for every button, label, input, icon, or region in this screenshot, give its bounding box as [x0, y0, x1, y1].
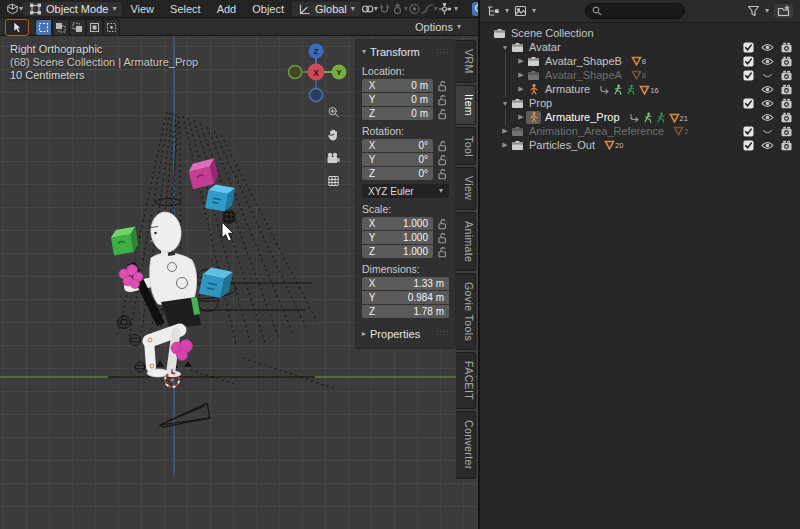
- tab-item[interactable]: Item: [456, 85, 476, 125]
- outliner-row-avatar_shapeb[interactable]: ▶Avatar_ShapeB8: [480, 54, 800, 68]
- lock-open-icon[interactable]: [436, 218, 449, 230]
- tab-govie-tools[interactable]: Govie Tools: [456, 273, 476, 350]
- hide-eye-toggle[interactable]: [758, 98, 777, 109]
- lock-open-icon[interactable]: [436, 80, 449, 92]
- disable-render-toggle[interactable]: [777, 126, 796, 137]
- mode-dropdown[interactable]: Object Mode ▾: [23, 2, 122, 16]
- disable-render-toggle[interactable]: [777, 56, 796, 67]
- lock-open-icon[interactable]: [436, 246, 449, 258]
- disable-render-toggle[interactable]: [777, 98, 796, 109]
- tab-faceit[interactable]: FACEIT: [456, 352, 476, 409]
- disclosure-open-icon[interactable]: ▼: [500, 44, 510, 51]
- transform-field-y[interactable]: Y0 m: [362, 93, 433, 106]
- tweak-tool-icon[interactable]: [5, 19, 29, 36]
- display-mode-chevron[interactable]: ▾: [532, 7, 536, 15]
- select-subtract-icon[interactable]: [69, 19, 86, 36]
- exclude-checkbox[interactable]: [739, 70, 758, 81]
- transform-field-x[interactable]: X1.000: [362, 217, 433, 230]
- hide-eye-toggle[interactable]: [758, 70, 777, 81]
- tab-view[interactable]: View: [456, 167, 476, 209]
- select-intersect-icon[interactable]: [103, 19, 120, 36]
- dark-sphere-empty[interactable]: [222, 210, 236, 224]
- transform-field-y[interactable]: Y0.984 m: [362, 291, 449, 304]
- disclosure-closed-icon[interactable]: ▶: [516, 57, 526, 65]
- properties-panel-header[interactable]: ▾ Properties ∷∷: [362, 325, 449, 342]
- hide-eye-toggle[interactable]: [758, 84, 777, 95]
- gizmo-y-neg-axis[interactable]: [289, 66, 302, 79]
- outliner-row-particles_out[interactable]: ▶Particles_Out20: [480, 138, 800, 152]
- grid-ortho-icon[interactable]: [324, 172, 342, 189]
- exclude-checkbox[interactable]: [739, 98, 758, 109]
- hide-eye-toggle[interactable]: [758, 126, 777, 137]
- rotation-mode-dropdown[interactable]: XYZ Euler▾: [362, 184, 449, 198]
- exclude-checkbox[interactable]: [739, 42, 758, 53]
- exclude-checkbox[interactable]: [739, 140, 758, 151]
- select-invert-icon[interactable]: [86, 19, 103, 36]
- disclosure-closed-icon[interactable]: ▶: [500, 141, 510, 149]
- falloff-chevron[interactable]: ▾: [434, 5, 438, 13]
- outliner-row-avatar[interactable]: ▼Avatar: [480, 40, 800, 54]
- snap-target-icon[interactable]: [361, 3, 374, 15]
- lock-open-icon[interactable]: [436, 108, 449, 120]
- outliner-row-scene collection[interactable]: Scene Collection: [480, 26, 800, 40]
- transform-field-y[interactable]: Y0°: [362, 153, 433, 166]
- zoom-icon[interactable]: [324, 103, 342, 120]
- disable-render-toggle[interactable]: [777, 70, 796, 81]
- view-gizmo[interactable]: Z Y X: [283, 39, 349, 105]
- pan-hand-icon[interactable]: [324, 126, 342, 143]
- hide-eye-toggle[interactable]: [758, 56, 777, 67]
- panel-grip-icon[interactable]: ∷∷: [437, 47, 449, 56]
- outliner-type-icon[interactable]: [487, 5, 500, 17]
- filter-icon[interactable]: [747, 5, 760, 17]
- disclosure-closed-icon[interactable]: ▶: [516, 71, 526, 79]
- gizmo-z-neg-axis[interactable]: [310, 89, 323, 102]
- disable-render-toggle[interactable]: [777, 42, 796, 53]
- select-extend-icon[interactable]: [52, 19, 69, 36]
- outliner-row-avatar_shapea[interactable]: ▶Avatar_ShapeA8: [480, 68, 800, 82]
- lock-open-icon[interactable]: [436, 140, 449, 152]
- transform-field-x[interactable]: X0 m: [362, 79, 433, 92]
- hide-eye-toggle[interactable]: [758, 140, 777, 151]
- disclosure-closed-icon[interactable]: ▶: [516, 113, 526, 121]
- transform-field-z[interactable]: Z1.78 m: [362, 305, 449, 318]
- menu-select[interactable]: Select: [162, 3, 209, 15]
- outliner-row-prop[interactable]: ▼Prop: [480, 96, 800, 110]
- disable-render-toggle[interactable]: [777, 84, 796, 95]
- panel-grip-icon[interactable]: ∷∷: [437, 329, 449, 338]
- options-dropdown[interactable]: Options ▾: [415, 21, 461, 33]
- outliner-row-armature[interactable]: ▶Armature16: [480, 82, 800, 96]
- outliner-search-input[interactable]: [585, 3, 685, 19]
- menu-add[interactable]: Add: [209, 3, 245, 15]
- camera-view-icon[interactable]: [324, 149, 342, 166]
- editor-type-icon[interactable]: [6, 3, 19, 15]
- exclude-checkbox[interactable]: [739, 126, 758, 137]
- display-mode-icon[interactable]: [514, 5, 527, 17]
- show-gizmos-icon[interactable]: [438, 3, 451, 15]
- outliner-row-animation_area_reference[interactable]: ▶Animation_Area_Reference2: [480, 124, 800, 138]
- transform-panel-header[interactable]: ▾ Transform ∷∷: [362, 43, 449, 60]
- menu-view[interactable]: View: [122, 3, 162, 15]
- transform-field-x[interactable]: X1.33 m: [362, 277, 449, 290]
- gizmos-chevron[interactable]: ▾: [454, 5, 458, 13]
- tab-converter[interactable]: Converter: [456, 411, 476, 479]
- lock-open-icon[interactable]: [436, 232, 449, 244]
- new-collection-button[interactable]: [774, 4, 793, 18]
- filter-chevron[interactable]: ▾: [765, 7, 769, 15]
- select-new-icon[interactable]: [35, 19, 52, 36]
- cube-blue-upper[interactable]: [205, 183, 235, 212]
- exclude-checkbox[interactable]: [739, 56, 758, 67]
- disclosure-closed-icon[interactable]: ▶: [516, 85, 526, 93]
- disclosure-open-icon[interactable]: ▼: [500, 100, 510, 107]
- proportional-editing-icon[interactable]: [408, 3, 421, 15]
- outliner-row-armature_prop[interactable]: ▶Armature_Prop21: [480, 110, 800, 124]
- transform-field-z[interactable]: Z1.000: [362, 245, 433, 258]
- lock-open-icon[interactable]: [436, 154, 449, 166]
- transform-field-y[interactable]: Y1.000: [362, 231, 433, 244]
- menu-object[interactable]: Object: [244, 3, 292, 15]
- lock-open-icon[interactable]: [436, 168, 449, 180]
- cube-green[interactable]: [110, 226, 140, 255]
- hide-eye-toggle[interactable]: [758, 42, 777, 53]
- transform-field-x[interactable]: X0°: [362, 139, 433, 152]
- magnet-icon[interactable]: [378, 3, 391, 15]
- pink-blob-hands[interactable]: [119, 265, 143, 289]
